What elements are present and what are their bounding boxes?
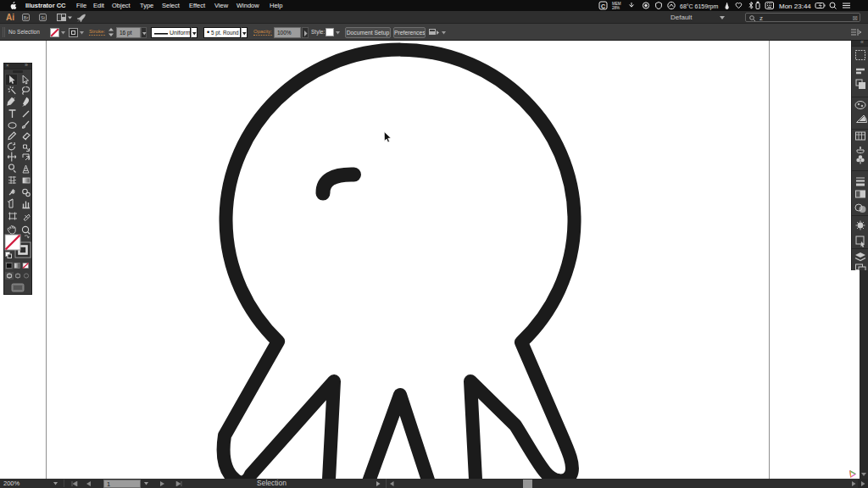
svg-text:Mon 23:44: Mon 23:44 [779,3,811,10]
svg-text:C: C [601,3,605,9]
svg-text:28%: 28% [612,6,620,10]
svg-text:68°C 6159rpm: 68°C 6159rpm [680,3,718,10]
